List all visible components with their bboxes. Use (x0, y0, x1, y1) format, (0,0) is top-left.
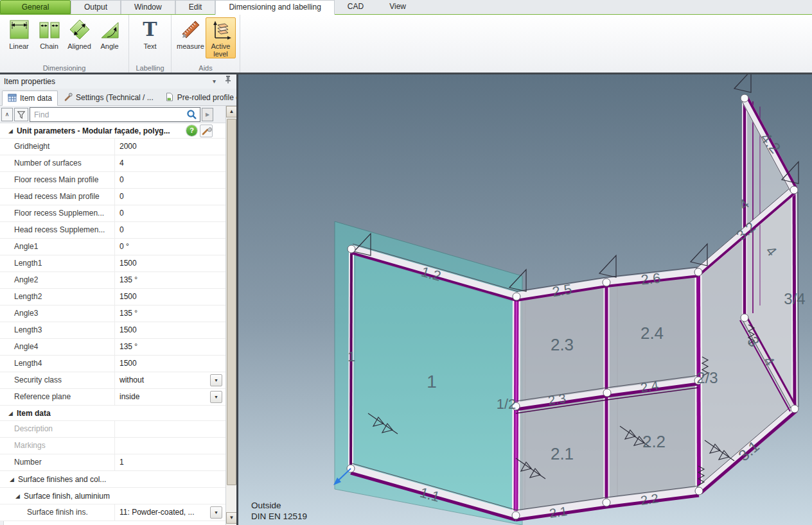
property-row-floor-recess-suppl[interactable]: Floor recess Supplemen...0 (0, 205, 225, 222)
dropdown-button[interactable]: ▼ (210, 391, 222, 403)
tab-settings-technical[interactable]: Settings (Technical / ... (58, 90, 159, 105)
tab-settings-label: Settings (Technical / ... (76, 93, 154, 102)
junction-label-2-3: 2/3 (696, 369, 718, 386)
property-row-gridheight[interactable]: Gridheight2000 (0, 139, 225, 155)
property-row-length1[interactable]: Length11500 (0, 255, 225, 272)
section-item-data-title: Item data (17, 409, 51, 418)
expander-icon[interactable]: ◢ (8, 128, 13, 134)
junction-label-3-4: 3/4 (784, 290, 805, 307)
triangle-down-icon: ▼ (214, 378, 218, 383)
group-labelling: T Text Labelling (129, 15, 172, 73)
active-level-button-label: Active level (206, 42, 235, 58)
property-row-angle3[interactable]: Angle3135 ° (0, 306, 225, 322)
tab-edit[interactable]: Edit (175, 0, 216, 14)
cad-3d-viewport[interactable]: 1.2 2.5 2.6 4.2 4 3.2 4 3/4 3 4 2/3 2.3 … (238, 74, 812, 525)
transom-label-2-4: 2.4 (640, 378, 660, 395)
panel-title: Item properties (4, 77, 55, 86)
property-row-length3[interactable]: Length31500 (0, 322, 225, 339)
scroll-up-button[interactable]: ▲ (226, 106, 237, 117)
standard-label: DIN EN 12519 (251, 512, 307, 521)
mullion-label-1: 1 (348, 349, 355, 365)
panel-menu-chevron-icon[interactable]: ▾ (213, 74, 216, 89)
facade-3d-drawing: 1.2 2.5 2.6 4.2 4 3.2 4 3/4 3 4 2/3 2.3 … (238, 74, 812, 525)
arrow-right-icon: ▶ (206, 112, 209, 117)
search-icon[interactable] (186, 109, 197, 123)
bottom-label-2-1: 2.1 (549, 504, 569, 521)
aligned-button-label: Aligned (67, 42, 91, 50)
wrench-button[interactable] (200, 125, 213, 137)
property-row-markings[interactable]: Markings (0, 438, 225, 454)
dropdown-button[interactable]: ▼ (210, 506, 222, 519)
expander-icon[interactable]: ◢ (8, 410, 13, 417)
text-button[interactable]: T Text (135, 17, 165, 50)
find-input[interactable] (30, 107, 200, 122)
tab-item-data[interactable]: Item data (2, 90, 58, 106)
group-row-surface-finishes[interactable]: ◢ Surface finishes and col... (0, 471, 225, 488)
view-side-label: Outside (251, 501, 281, 510)
junction-label-1-2: 1/2 (497, 396, 516, 412)
property-row-number[interactable]: Number1 (0, 454, 225, 471)
chevron-up-icon: ∧ (5, 111, 10, 117)
panel-scrollbar[interactable]: ▲ ▼ (225, 106, 236, 525)
tab-item-data-label: Item data (20, 94, 52, 103)
tab-dimensioning-and-labelling[interactable]: Dimensioning and labelling (215, 0, 334, 15)
collapse-button[interactable]: ∧ (1, 108, 13, 121)
scroll-down-button[interactable]: ▼ (226, 512, 237, 524)
active-level-icon (210, 19, 232, 40)
tab-view[interactable]: View (376, 0, 419, 14)
scrollbar-thumb[interactable] (227, 119, 236, 485)
beam-label-2-6: 2.6 (640, 270, 661, 288)
ruler-icon (180, 19, 202, 40)
property-row-number-of-surfaces[interactable]: Number of surfaces4 (0, 155, 225, 172)
property-row-angle2[interactable]: Angle2135 ° (0, 272, 225, 289)
angle-button-label: Angle (100, 42, 118, 50)
pin-icon[interactable] (225, 74, 231, 89)
chain-button[interactable]: Chain (34, 17, 64, 50)
group-dimensioning: Linear Chain Aligned Angle Dimensi (0, 15, 129, 73)
property-grid: ◢ Unit parameters - Modular façade, poly… (0, 123, 225, 525)
property-row-head-recess-suppl[interactable]: Head recess Supplemen...0 (0, 222, 225, 239)
find-next-button[interactable]: ▶ (202, 108, 213, 121)
tab-general[interactable]: General (0, 0, 71, 14)
text-icon: T (139, 19, 161, 40)
help-icon[interactable]: ? (186, 125, 197, 136)
measure-button[interactable]: measure (175, 17, 206, 50)
expander-icon[interactable]: ◢ (15, 493, 20, 499)
property-row-angle1[interactable]: Angle10 ° (0, 239, 225, 255)
panel-label-2-3: 2.3 (551, 335, 574, 354)
property-row-surface-finish-ins[interactable]: Surface finish ins. 11: Powder-coated, .… (0, 504, 225, 521)
property-row-description[interactable]: Description (0, 421, 225, 438)
group-row-surface-finish-aluminium[interactable]: ◢ Surface finish, aluminium (0, 488, 225, 504)
property-row-security-class[interactable]: Security classwithout▼ (0, 372, 225, 389)
property-row-length4[interactable]: Length41500 (0, 356, 225, 372)
linear-button-label: Linear (9, 42, 29, 50)
property-row-reference-plane[interactable]: Reference planeinside▼ (0, 389, 225, 406)
group-caption-labelling: Labelling (129, 64, 171, 72)
measure-button-label: measure (177, 42, 204, 50)
aligned-button[interactable]: Aligned (64, 17, 94, 50)
expander-icon[interactable]: ◢ (10, 476, 14, 483)
angle-button[interactable]: Angle (94, 17, 125, 50)
tab-output[interactable]: Output (71, 0, 121, 14)
property-row-head-recess-main[interactable]: Head recess Main profile0 (0, 189, 225, 205)
chain-dimension-icon (39, 19, 60, 40)
bottom-label-2-2: 2.2 (640, 491, 660, 508)
filter-button[interactable] (14, 108, 28, 121)
property-row-floor-recess-main[interactable]: Floor recess Main profile0 (0, 172, 225, 189)
section-item-data[interactable]: ◢ Item data (0, 406, 225, 421)
dropdown-button[interactable]: ▼ (210, 374, 222, 386)
property-row-angle4[interactable]: Angle4135 ° (0, 339, 225, 356)
linear-button[interactable]: Linear (4, 17, 34, 50)
property-row-length2[interactable]: Length21500 (0, 289, 225, 306)
section-unit-parameters[interactable]: ◢ Unit parameters - Modular façade, poly… (0, 123, 225, 139)
item-properties-panel: Item properties ▾ Item data Settings (Te… (0, 74, 236, 525)
funnel-icon (17, 110, 26, 119)
beam-label-2-5: 2.5 (551, 281, 573, 300)
panel-title-bar: Item properties ▾ (0, 74, 236, 89)
active-level-button[interactable]: Active level (206, 17, 236, 58)
tab-window[interactable]: Window (121, 0, 175, 14)
tab-cad[interactable]: CAD (335, 0, 376, 14)
group-aids: measure Active level Aids (172, 15, 240, 73)
find-toolbar: ∧ ▶ (0, 106, 236, 123)
group-caption-dimensioning: Dimensioning (0, 64, 128, 72)
